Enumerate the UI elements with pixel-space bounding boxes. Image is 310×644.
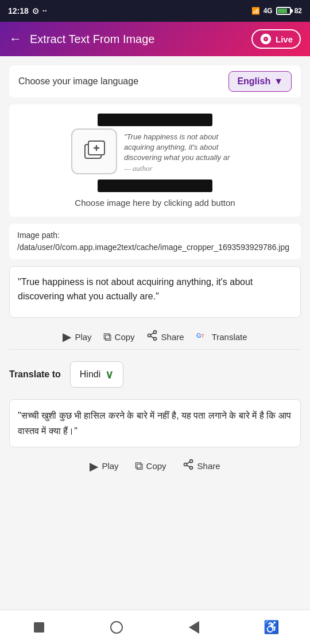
svg-point-12 — [184, 463, 187, 466]
page-title: Extract Text From Image — [30, 33, 243, 46]
svg-text:G: G — [196, 331, 202, 338]
header: ← Extract Text From Image Live — [0, 22, 310, 56]
battery-percent: 82 — [294, 7, 302, 15]
preview-quote: "True happiness is not about acquiring a… — [124, 132, 230, 162]
copy-icon-2: ⧉ — [135, 459, 143, 473]
translate-row: Translate to Hindi ∨ — [9, 357, 301, 392]
share-icon-1 — [146, 330, 158, 344]
status-dot: ⊙ — [32, 6, 39, 15]
svg-text:T: T — [201, 333, 204, 338]
share-label-1: Share — [161, 332, 184, 342]
main-content: Choose your image language English ▼ " — [0, 56, 310, 610]
network-type: 4G — [264, 7, 273, 15]
image-row: "True happiness is not about acquiring a… — [18, 128, 292, 177]
copy-button-1[interactable]: ⧉ Copy — [103, 330, 135, 344]
redacted-bar-bottom — [98, 179, 212, 192]
hindi-output-content: "सच्ची खुशी कुछ भी हासिल करने के बारे मे… — [18, 411, 291, 436]
copy-button-2[interactable]: ⧉ Copy — [135, 459, 166, 473]
svg-line-15 — [187, 462, 190, 464]
share-icon-2 — [183, 459, 194, 473]
action-buttons-row-2: ▶ Play ⧉ Copy Share — [9, 454, 301, 478]
svg-point-13 — [189, 466, 192, 469]
svg-point-6 — [153, 337, 156, 340]
add-photo-icon — [83, 140, 106, 163]
live-label: Live — [276, 34, 293, 44]
language-row-label: Choose your image language — [18, 76, 138, 87]
extracted-text-box: "True happiness is not about acquiring a… — [9, 266, 301, 318]
home-icon — [110, 621, 123, 634]
back-icon — [189, 621, 199, 634]
play-button-1[interactable]: ▶ Play — [63, 330, 91, 344]
hindi-output-box: "सच्ची खुशी कुछ भी हासिल करने के बारे मे… — [9, 399, 301, 447]
translate-icon: G T — [196, 329, 208, 345]
recents-icon — [34, 622, 44, 633]
status-time: 12:18 — [8, 6, 29, 15]
chevron-down-icon: ▼ — [274, 76, 283, 87]
language-row: Choose your image language English ▼ — [9, 65, 301, 97]
share-button-1[interactable]: Share — [146, 330, 184, 344]
svg-point-4 — [153, 330, 156, 333]
share-label-2: Share — [197, 461, 220, 471]
action-buttons-row-1: ▶ Play ⧉ Copy Share G T — [9, 325, 301, 350]
signature: — author — [124, 163, 239, 174]
svg-point-5 — [148, 334, 150, 337]
translate-chevron-icon: ∨ — [105, 368, 114, 381]
add-image-button[interactable] — [71, 128, 117, 174]
share-button-2[interactable]: Share — [183, 459, 220, 473]
camera-icon — [259, 33, 272, 45]
copy-label-2: Copy — [146, 461, 166, 471]
svg-line-14 — [187, 465, 190, 467]
translate-button[interactable]: G T Translate — [196, 329, 247, 345]
preview-text: "True happiness is not about acquiring a… — [124, 128, 239, 177]
status-dots: ·· — [42, 6, 47, 15]
language-dropdown[interactable]: English ▼ — [228, 71, 292, 92]
nav-accessibility-button[interactable]: ♿ — [257, 613, 286, 642]
status-bar: 12:18 ⊙ ·· 📶 4G 82 — [0, 0, 310, 22]
play-label-1: Play — [75, 332, 91, 342]
copy-icon-1: ⧉ — [103, 330, 111, 344]
battery-icon — [276, 7, 291, 15]
translate-label: Translate — [212, 332, 247, 342]
play-button-2[interactable]: ▶ Play — [90, 459, 118, 473]
extracted-text-content: "True happiness is not about acquiring a… — [18, 277, 253, 302]
play-icon-2: ▶ — [90, 459, 98, 473]
redacted-bar-top — [98, 114, 212, 126]
nav-recents-button[interactable] — [25, 613, 53, 642]
image-picker-area: "True happiness is not about acquiring a… — [9, 104, 301, 217]
live-button[interactable]: Live — [251, 29, 301, 49]
copy-label-1: Copy — [115, 332, 135, 342]
accessibility-icon: ♿ — [264, 620, 279, 635]
image-path: Image path: /data/user/0/com.app.image2t… — [9, 224, 301, 259]
svg-line-8 — [150, 333, 154, 334]
nav-home-button[interactable] — [102, 613, 131, 642]
translate-language-dropdown[interactable]: Hindi ∨ — [70, 361, 123, 388]
translate-to-label: Translate to — [9, 369, 61, 380]
image-preview-container: "True happiness is not about acquiring a… — [18, 114, 292, 192]
nav-back-button[interactable] — [180, 613, 208, 642]
signal-icon: 📶 — [251, 7, 260, 15]
play-label-2: Play — [102, 461, 118, 471]
nav-bar: ♿ — [0, 610, 310, 644]
svg-line-7 — [150, 336, 154, 338]
svg-point-11 — [189, 460, 192, 463]
back-button[interactable]: ← — [9, 32, 22, 46]
image-picker-hint: Choose image here by clicking add button — [75, 198, 235, 208]
language-selected: English — [237, 76, 270, 87]
image-path-text: Image path: /data/user/0/com.app.image2t… — [17, 231, 289, 252]
translate-language-selected: Hindi — [80, 369, 100, 380]
play-icon-1: ▶ — [63, 330, 71, 344]
